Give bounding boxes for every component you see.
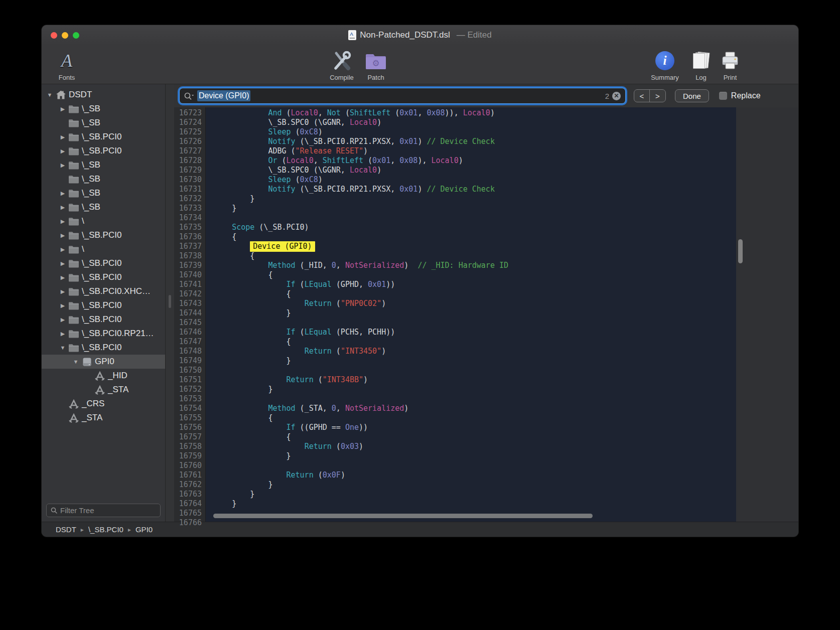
code-editor[interactable]: And (Local0, Not (ShiftLeft (0x01, 0x08)… xyxy=(206,107,736,522)
titlebar[interactable]: Non-Patched_DSDT.dsl — Edited xyxy=(42,25,798,45)
tree-item-label: \_SB xyxy=(82,202,100,212)
disclosure-triangle-icon[interactable]: ▼ xyxy=(58,345,67,351)
code-line: { xyxy=(214,337,736,347)
line-number: 16760 xyxy=(174,461,202,470)
tree-item-hid[interactable]: _HID xyxy=(42,369,165,383)
find-next-button[interactable]: > xyxy=(650,90,665,102)
disclosure-triangle-icon[interactable]: ▶ xyxy=(58,190,67,197)
disclosure-triangle-icon[interactable]: ▶ xyxy=(58,331,67,337)
code-line: Method (_HID, 0, NotSerialized) // _HID:… xyxy=(214,261,736,270)
patch-button[interactable]: ⚙ Patch xyxy=(358,49,394,81)
code-line xyxy=(214,394,736,404)
breadcrumb-item[interactable]: DSDT xyxy=(56,525,76,534)
svg-text:⚙: ⚙ xyxy=(372,59,379,68)
disclosure-triangle-icon[interactable]: ▶ xyxy=(58,162,67,169)
tree-item-sbpci0rp21[interactable]: ▶\_SB.PCI0.RP21… xyxy=(42,327,165,341)
tree-item-[interactable]: ▶\ xyxy=(42,242,165,256)
method-icon xyxy=(93,371,106,381)
disclosure-triangle-icon[interactable]: ▶ xyxy=(58,288,67,295)
tree-item-crs[interactable]: _CRS xyxy=(42,397,165,411)
disclosure-triangle-icon[interactable]: ▶ xyxy=(58,106,67,112)
tree-item-sb[interactable]: ▶\_SB xyxy=(42,186,165,200)
line-number: 16750 xyxy=(174,366,202,375)
disclosure-triangle-icon[interactable]: ▶ xyxy=(58,317,67,323)
tree-item-sbpci0[interactable]: ▶\_SB.PCI0 xyxy=(42,298,165,312)
disclosure-triangle-icon[interactable]: ▶ xyxy=(58,260,67,267)
line-number: 16761 xyxy=(174,470,202,480)
tree-item-sbpci0[interactable]: ▶\_SB.PCI0 xyxy=(42,144,165,158)
disclosure-triangle-icon[interactable]: ▶ xyxy=(58,218,67,225)
code-line: } xyxy=(214,204,736,213)
tree-item-sbpci0[interactable]: ▶\_SB.PCI0 xyxy=(42,256,165,270)
disclosure-triangle-icon[interactable]: ▶ xyxy=(58,274,67,281)
divider-handle[interactable] xyxy=(169,295,171,308)
replace-checkbox[interactable] xyxy=(719,92,727,100)
split-divider[interactable] xyxy=(166,84,174,522)
tree-item-sta[interactable]: _STA xyxy=(42,383,165,397)
tree-item-label: _HID xyxy=(108,371,127,381)
disclosure-triangle-icon[interactable]: ▼ xyxy=(71,359,80,365)
tree-item-sbpci0[interactable]: ▶\_SB.PCI0 xyxy=(42,228,165,242)
tree-item-sb[interactable]: \_SB xyxy=(42,172,165,186)
tree-item-[interactable]: ▶\ xyxy=(42,214,165,228)
zoom-button[interactable] xyxy=(73,32,79,39)
disclosure-triangle-icon[interactable]: ▶ xyxy=(58,204,67,211)
code-line: Return ("INT34BB") xyxy=(214,375,736,385)
tree-item-sb[interactable]: ▶\_SB xyxy=(42,158,165,172)
print-button[interactable]: Print xyxy=(712,49,748,81)
tree-item-sbpci0[interactable]: ▼\_SB.PCI0 xyxy=(42,341,165,355)
tree-item-label: \_SB.PCI0.XHC… xyxy=(82,286,151,296)
tree-item-dsdt[interactable]: ▼DSDT xyxy=(42,88,165,102)
search-menu-icon[interactable] xyxy=(184,92,194,100)
disclosure-triangle-icon[interactable]: ▶ xyxy=(58,148,67,154)
tree-item-sb[interactable]: ▶\_SB xyxy=(42,200,165,214)
code-line: } xyxy=(214,308,736,318)
find-previous-button[interactable]: < xyxy=(634,90,650,102)
code-line: Return ("PNP0C02") xyxy=(214,299,736,308)
tree-item-label: \_SB.PCI0.RP21… xyxy=(82,329,154,339)
code-line xyxy=(214,518,736,522)
minimize-button[interactable] xyxy=(62,32,68,39)
folder-icon xyxy=(67,119,80,127)
vertical-scrollbar[interactable] xyxy=(738,239,743,263)
log-pages-icon xyxy=(690,50,712,72)
disclosure-triangle-icon[interactable]: ▶ xyxy=(58,246,67,253)
code-line: { xyxy=(214,413,736,423)
code-line: Sleep (0xC8) xyxy=(214,175,736,185)
line-number: 16735 xyxy=(174,223,202,232)
disclosure-triangle-icon[interactable]: ▼ xyxy=(45,92,54,98)
line-number: 16741 xyxy=(174,280,202,289)
code-line: Return ("INT3450") xyxy=(214,347,736,356)
disclosure-triangle-icon[interactable]: ▶ xyxy=(58,134,67,140)
breadcrumb-item[interactable]: GPI0 xyxy=(135,525,153,534)
folder-icon xyxy=(67,330,80,338)
compile-button[interactable]: Compile xyxy=(324,49,360,81)
tree-item-sb[interactable]: ▶\_SB xyxy=(42,102,165,116)
tree-item-sb[interactable]: \_SB xyxy=(42,116,165,130)
filter-tree-input[interactable]: Filter Tree xyxy=(46,504,161,517)
folder-icon xyxy=(67,203,80,212)
tree-item-sbpci0[interactable]: ▶\_SB.PCI0 xyxy=(42,312,165,327)
disclosure-triangle-icon[interactable]: ▶ xyxy=(58,232,67,239)
done-button[interactable]: Done xyxy=(675,89,709,102)
printer-icon xyxy=(720,49,741,72)
tree-item-sbpci0[interactable]: ▶\_SB.PCI0 xyxy=(42,270,165,284)
close-button[interactable] xyxy=(51,32,57,39)
clear-search-icon[interactable]: ✕ xyxy=(612,92,621,100)
disclosure-triangle-icon[interactable]: ▶ xyxy=(58,302,67,309)
summary-button[interactable]: i Summary xyxy=(647,49,683,81)
code-line: Scope (\_SB.PCI0) xyxy=(214,223,736,232)
tree-item-gpi0[interactable]: ▼GPI0 xyxy=(42,355,165,369)
line-number: 16732 xyxy=(174,194,202,204)
document-name: Non-Patched_DSDT.dsl xyxy=(360,30,450,40)
code-line: } xyxy=(214,480,736,490)
fonts-button[interactable]: A Fonts xyxy=(49,49,85,81)
find-input[interactable]: Device (GPI0) 2 ✕ xyxy=(180,88,625,103)
horizontal-scrollbar[interactable] xyxy=(213,514,593,518)
tree-item-sta[interactable]: _STA xyxy=(42,411,165,425)
line-number: 16723 xyxy=(174,108,202,118)
tree-item-sbpci0xhc[interactable]: ▶\_SB.PCI0.XHC… xyxy=(42,284,165,298)
line-number: 16748 xyxy=(174,347,202,356)
tree-item-sbpci0[interactable]: ▶\_SB.PCI0 xyxy=(42,130,165,144)
breadcrumb-item[interactable]: \_SB.PCI0 xyxy=(88,525,123,534)
